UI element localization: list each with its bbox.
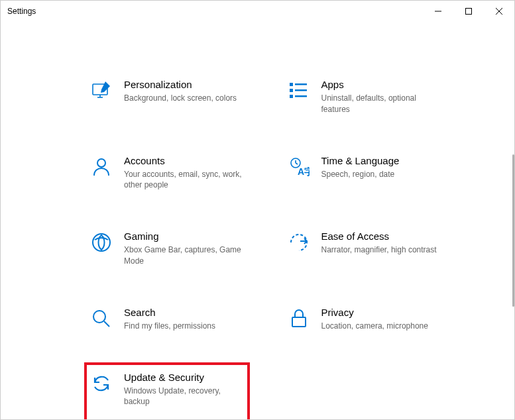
category-title: Accounts	[124, 155, 249, 166]
category-ease-of-access[interactable]: Ease of Access Narrator, magnifier, high…	[284, 227, 450, 271]
category-privacy[interactable]: Privacy Location, camera, microphone	[284, 303, 450, 336]
apps-icon	[288, 80, 310, 101]
svg-rect-12	[295, 95, 307, 97]
category-apps[interactable]: Apps Uninstall, defaults, optional featu…	[284, 75, 450, 119]
scrollbar[interactable]	[512, 22, 514, 419]
category-title: Search	[124, 307, 249, 318]
svg-rect-21	[292, 317, 306, 327]
category-title: Ease of Access	[321, 231, 446, 242]
svg-line-16	[296, 163, 298, 164]
category-grid: Personalization Background, lock screen,…	[87, 75, 468, 417]
svg-rect-8	[290, 89, 293, 92]
close-button[interactable]	[484, 1, 514, 22]
category-desc: Background, lock screen, colors	[124, 93, 249, 104]
category-desc: Uninstall, defaults, optional features	[321, 93, 446, 115]
category-title: Personalization	[124, 79, 249, 90]
category-desc: Xbox Game Bar, captures, Game Mode	[124, 244, 249, 267]
category-text: Ease of Access Narrator, magnifier, high…	[321, 231, 446, 256]
svg-point-18	[93, 234, 110, 251]
category-title: Apps	[321, 79, 446, 90]
minimize-button[interactable]	[423, 1, 453, 22]
settings-content: Personalization Background, lock screen,…	[1, 22, 514, 420]
personalization-icon	[91, 80, 112, 101]
svg-rect-11	[295, 89, 307, 91]
privacy-icon	[288, 308, 310, 329]
category-text: Personalization Background, lock screen,…	[124, 79, 249, 104]
svg-line-20	[104, 321, 109, 327]
category-gaming[interactable]: Gaming Xbox Game Bar, captures, Game Mod…	[87, 227, 253, 271]
category-title: Gaming	[124, 231, 249, 242]
category-title: Update & Security	[124, 372, 243, 383]
category-accounts[interactable]: Accounts Your accounts, email, sync, wor…	[87, 151, 253, 195]
category-text: Search Find my files, permissions	[124, 307, 249, 332]
search-icon	[91, 308, 112, 329]
time-language-icon: A字	[288, 156, 310, 178]
svg-rect-1	[466, 9, 472, 15]
window-title: Settings	[7, 7, 423, 16]
gaming-icon	[91, 232, 112, 253]
category-text: Privacy Location, camera, microphone	[321, 307, 446, 332]
svg-rect-9	[290, 95, 293, 98]
category-desc: Find my files, permissions	[124, 321, 249, 332]
category-text: Update & Security Windows Update, recove…	[124, 372, 243, 408]
category-time-language[interactable]: A字 Time & Language Speech, region, date	[284, 151, 450, 195]
category-desc: Windows Update, recovery, backup	[124, 386, 243, 408]
category-desc: Location, camera, microphone	[321, 321, 446, 332]
category-text: Apps Uninstall, defaults, optional featu…	[321, 79, 446, 115]
titlebar: Settings	[1, 1, 514, 22]
ease-of-access-icon	[288, 232, 310, 253]
window-controls	[423, 1, 514, 22]
category-title: Privacy	[321, 307, 446, 318]
svg-point-13	[97, 159, 105, 167]
maximize-button[interactable]	[453, 1, 484, 22]
category-title: Time & Language	[321, 155, 446, 166]
category-update-security[interactable]: Update & Security Windows Update, recove…	[84, 362, 250, 420]
category-desc: Narrator, magnifier, high contrast	[321, 244, 446, 256]
svg-point-19	[93, 311, 105, 323]
category-desc: Speech, region, date	[321, 169, 446, 180]
svg-rect-7	[290, 83, 293, 86]
category-text: Gaming Xbox Game Bar, captures, Game Mod…	[124, 231, 249, 267]
svg-text:A字: A字	[298, 166, 310, 177]
svg-rect-10	[295, 83, 307, 85]
category-desc: Your accounts, email, sync, work, other …	[124, 169, 249, 191]
category-personalization[interactable]: Personalization Background, lock screen,…	[87, 75, 253, 119]
scrollbar-thumb[interactable]	[512, 154, 514, 307]
category-text: Time & Language Speech, region, date	[321, 155, 446, 180]
category-search[interactable]: Search Find my files, permissions	[87, 303, 253, 336]
category-text: Accounts Your accounts, email, sync, wor…	[124, 155, 249, 191]
accounts-icon	[91, 156, 112, 178]
update-security-icon	[91, 373, 112, 394]
